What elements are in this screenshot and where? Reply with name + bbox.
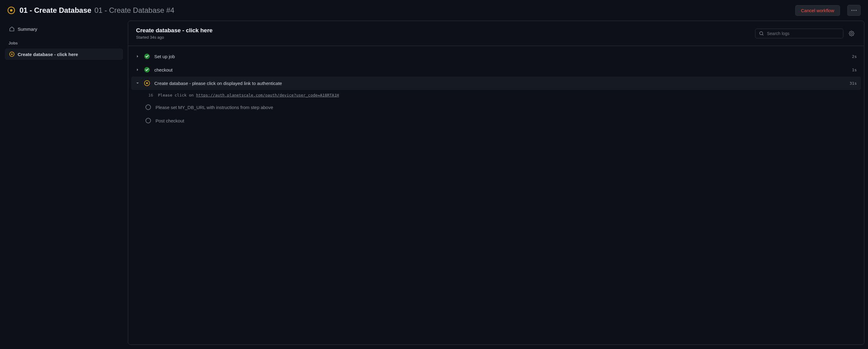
circle-icon (145, 118, 151, 124)
step-duration: 1s (852, 67, 857, 72)
settings-button[interactable] (847, 29, 856, 38)
log-line-number: 16 (147, 93, 153, 97)
log-line: 16 Please click on https://auth.planetsc… (131, 90, 861, 100)
run-name: 01 - Create Database #4 (94, 6, 175, 14)
kebab-icon (851, 8, 857, 13)
chevron-down-icon (135, 81, 140, 85)
pending-step[interactable]: Post checkout (131, 114, 861, 127)
page-title: 01 - Create Database 01 - Create Databas… (20, 6, 175, 14)
success-icon (144, 67, 150, 73)
step-label: checkout (154, 67, 847, 72)
step-label: Create database - please click on displa… (154, 81, 845, 86)
home-icon (9, 26, 14, 32)
step-duration: 2s (852, 54, 857, 59)
sidebar-item-summary[interactable]: Summary (5, 23, 123, 35)
sidebar-section-jobs: Jobs (4, 36, 124, 49)
steps-list: Set up job 2s checkout 1s (128, 46, 864, 131)
panel-header: Create database - click here Started 34s… (128, 21, 864, 46)
svg-point-12 (146, 82, 148, 84)
step-row[interactable]: checkout 1s (131, 63, 861, 77)
svg-line-8 (763, 34, 763, 35)
step-row[interactable]: Create database - please click on displa… (131, 77, 861, 90)
running-icon (144, 80, 150, 86)
svg-point-3 (854, 10, 854, 11)
sidebar-item-label: Create database - click here (18, 52, 78, 57)
page-header: 01 - Create Database 01 - Create Databas… (0, 0, 868, 21)
job-started-time: Started 34s ago (136, 35, 755, 39)
success-icon (144, 53, 150, 59)
svg-point-13 (146, 105, 151, 110)
sidebar: Summary Jobs Create database - click her… (4, 21, 124, 345)
job-title: Create database - click here (136, 27, 755, 34)
gear-icon (849, 31, 854, 36)
workflow-name: 01 - Create Database (20, 6, 91, 14)
chevron-right-icon (135, 67, 140, 72)
auth-link[interactable]: https://auth.planetscale.com/oauth/devic… (196, 93, 339, 97)
search-box[interactable] (755, 29, 843, 38)
log-text: Please click on https://auth.planetscale… (158, 93, 339, 97)
svg-point-4 (856, 10, 857, 11)
step-duration: 31s (850, 81, 857, 86)
svg-point-1 (10, 9, 12, 11)
running-icon (7, 6, 15, 14)
svg-point-14 (146, 118, 151, 123)
step-label: Set up job (154, 54, 847, 59)
running-icon (9, 52, 14, 57)
more-options-button[interactable] (847, 5, 861, 16)
pending-step-label: Please set MY_DB_URL with instructions f… (156, 105, 273, 110)
search-input[interactable] (767, 31, 839, 36)
sidebar-item-label: Summary (18, 27, 37, 32)
svg-point-6 (11, 54, 13, 55)
pending-step-label: Post checkout (156, 118, 184, 123)
svg-point-7 (760, 32, 763, 35)
pending-step[interactable]: Please set MY_DB_URL with instructions f… (131, 100, 861, 114)
svg-point-2 (851, 10, 852, 11)
log-panel: Create database - click here Started 34s… (128, 21, 864, 345)
search-icon (759, 31, 764, 36)
cancel-workflow-button[interactable]: Cancel workflow (795, 5, 840, 16)
chevron-right-icon (135, 54, 140, 58)
step-row[interactable]: Set up job 2s (131, 50, 861, 63)
sidebar-item-job[interactable]: Create database - click here (5, 49, 123, 60)
circle-icon (145, 104, 151, 110)
